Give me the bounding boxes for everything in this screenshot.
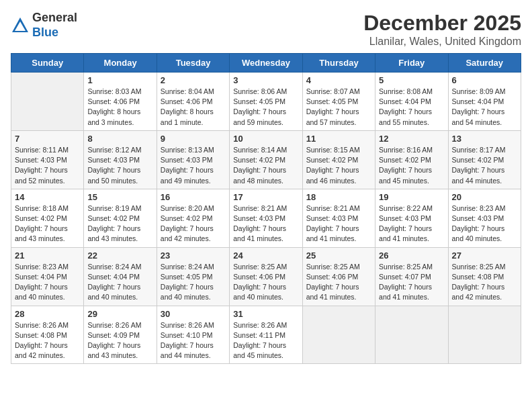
calendar-cell: 25Sunrise: 8:25 AMSunset: 4:06 PMDayligh…: [302, 247, 375, 306]
day-info: Sunrise: 8:23 AMSunset: 4:04 PMDaylight:…: [15, 262, 80, 303]
logo: General Blue: [11, 11, 77, 40]
calendar-header-row: SundayMondayTuesdayWednesdayThursdayFrid…: [11, 54, 521, 73]
day-info: Sunrise: 8:04 AMSunset: 4:06 PMDaylight:…: [161, 87, 226, 128]
calendar-week-row: 28Sunrise: 8:26 AMSunset: 4:08 PMDayligh…: [11, 306, 521, 364]
day-number: 27: [452, 250, 517, 261]
calendar-cell: 26Sunrise: 8:25 AMSunset: 4:07 PMDayligh…: [375, 247, 448, 306]
calendar-cell: 19Sunrise: 8:22 AMSunset: 4:03 PMDayligh…: [375, 189, 448, 247]
calendar-cell: 3Sunrise: 8:06 AMSunset: 4:05 PMDaylight…: [230, 73, 302, 131]
day-number: 25: [306, 250, 371, 261]
calendar-week-row: 1Sunrise: 8:03 AMSunset: 4:06 PMDaylight…: [11, 73, 521, 131]
page-header: General Blue December 2025 Llanilar, Wal…: [11, 11, 521, 48]
day-number: 7: [15, 134, 80, 144]
calendar-cell: 31Sunrise: 8:26 AMSunset: 4:11 PMDayligh…: [230, 306, 302, 364]
day-number: 11: [306, 134, 371, 144]
calendar-cell: 2Sunrise: 8:04 AMSunset: 4:06 PMDaylight…: [157, 73, 229, 131]
calendar-cell: 21Sunrise: 8:23 AMSunset: 4:04 PMDayligh…: [11, 247, 84, 306]
day-number: 17: [233, 192, 298, 202]
calendar-cell: 13Sunrise: 8:17 AMSunset: 4:02 PMDayligh…: [448, 130, 521, 189]
calendar-cell: [302, 306, 375, 364]
day-info: Sunrise: 8:23 AMSunset: 4:03 PMDaylight:…: [452, 203, 517, 244]
day-header-sunday: Sunday: [11, 54, 84, 73]
day-number: 19: [379, 192, 444, 202]
day-info: Sunrise: 8:25 AMSunset: 4:07 PMDaylight:…: [379, 262, 444, 303]
day-number: 10: [233, 134, 298, 144]
day-number: 18: [306, 192, 371, 202]
day-number: 20: [452, 192, 517, 202]
day-info: Sunrise: 8:03 AMSunset: 4:06 PMDaylight:…: [87, 87, 152, 128]
day-number: 9: [161, 134, 226, 144]
calendar-cell: 22Sunrise: 8:24 AMSunset: 4:04 PMDayligh…: [84, 247, 157, 306]
calendar-cell: 1Sunrise: 8:03 AMSunset: 4:06 PMDaylight…: [84, 73, 157, 131]
day-info: Sunrise: 8:21 AMSunset: 4:03 PMDaylight:…: [233, 203, 298, 244]
day-info: Sunrise: 8:09 AMSunset: 4:04 PMDaylight:…: [452, 87, 517, 128]
calendar-cell: [11, 73, 84, 131]
day-info: Sunrise: 8:07 AMSunset: 4:05 PMDaylight:…: [306, 87, 371, 128]
calendar-table: SundayMondayTuesdayWednesdayThursdayFrid…: [11, 53, 521, 364]
calendar-cell: 14Sunrise: 8:18 AMSunset: 4:02 PMDayligh…: [11, 189, 84, 247]
day-info: Sunrise: 8:14 AMSunset: 4:02 PMDaylight:…: [233, 145, 298, 186]
calendar-cell: 27Sunrise: 8:25 AMSunset: 4:08 PMDayligh…: [448, 247, 521, 306]
day-number: 30: [161, 309, 226, 319]
calendar-week-row: 21Sunrise: 8:23 AMSunset: 4:04 PMDayligh…: [11, 247, 521, 306]
day-number: 14: [15, 192, 80, 202]
day-number: 8: [87, 134, 152, 144]
logo-blue-text: Blue: [32, 26, 77, 40]
day-info: Sunrise: 8:25 AMSunset: 4:06 PMDaylight:…: [233, 262, 298, 303]
day-number: 24: [233, 250, 298, 261]
calendar-cell: 28Sunrise: 8:26 AMSunset: 4:08 PMDayligh…: [11, 306, 84, 364]
day-info: Sunrise: 8:17 AMSunset: 4:02 PMDaylight:…: [452, 145, 517, 186]
day-number: 26: [379, 250, 444, 261]
calendar-week-row: 7Sunrise: 8:11 AMSunset: 4:03 PMDaylight…: [11, 130, 521, 189]
day-number: 21: [15, 250, 80, 261]
day-number: 12: [379, 134, 444, 144]
day-info: Sunrise: 8:26 AMSunset: 4:08 PMDaylight:…: [15, 320, 80, 361]
day-info: Sunrise: 8:20 AMSunset: 4:02 PMDaylight:…: [161, 203, 226, 244]
calendar-cell: 8Sunrise: 8:12 AMSunset: 4:03 PMDaylight…: [84, 130, 157, 189]
calendar-cell: 11Sunrise: 8:15 AMSunset: 4:02 PMDayligh…: [302, 130, 375, 189]
day-info: Sunrise: 8:21 AMSunset: 4:03 PMDaylight:…: [306, 203, 371, 244]
day-info: Sunrise: 8:16 AMSunset: 4:02 PMDaylight:…: [379, 145, 444, 186]
calendar-cell: 20Sunrise: 8:23 AMSunset: 4:03 PMDayligh…: [448, 189, 521, 247]
calendar-cell: 23Sunrise: 8:24 AMSunset: 4:05 PMDayligh…: [157, 247, 229, 306]
day-number: 13: [452, 134, 517, 144]
day-header-monday: Monday: [84, 54, 157, 73]
calendar-cell: 6Sunrise: 8:09 AMSunset: 4:04 PMDaylight…: [448, 73, 521, 131]
day-info: Sunrise: 8:25 AMSunset: 4:06 PMDaylight:…: [306, 262, 371, 303]
day-info: Sunrise: 8:26 AMSunset: 4:11 PMDaylight:…: [233, 320, 298, 361]
day-info: Sunrise: 8:26 AMSunset: 4:09 PMDaylight:…: [87, 320, 152, 361]
calendar-cell: 18Sunrise: 8:21 AMSunset: 4:03 PMDayligh…: [302, 189, 375, 247]
day-info: Sunrise: 8:13 AMSunset: 4:03 PMDaylight:…: [161, 145, 226, 186]
day-info: Sunrise: 8:25 AMSunset: 4:08 PMDaylight:…: [452, 262, 517, 303]
day-info: Sunrise: 8:24 AMSunset: 4:04 PMDaylight:…: [87, 262, 152, 303]
calendar-cell: [375, 306, 448, 364]
day-number: 31: [233, 309, 298, 319]
calendar-cell: 10Sunrise: 8:14 AMSunset: 4:02 PMDayligh…: [230, 130, 302, 189]
day-info: Sunrise: 8:12 AMSunset: 4:03 PMDaylight:…: [87, 145, 152, 186]
day-info: Sunrise: 8:08 AMSunset: 4:04 PMDaylight:…: [379, 87, 444, 128]
day-info: Sunrise: 8:24 AMSunset: 4:05 PMDaylight:…: [161, 262, 226, 303]
calendar-cell: 16Sunrise: 8:20 AMSunset: 4:02 PMDayligh…: [157, 189, 229, 247]
title-block: December 2025 Llanilar, Wales, United Ki…: [363, 11, 521, 48]
day-number: 6: [452, 75, 517, 85]
calendar-cell: 12Sunrise: 8:16 AMSunset: 4:02 PMDayligh…: [375, 130, 448, 189]
day-number: 16: [161, 192, 226, 202]
logo-general-text: General: [32, 11, 77, 26]
calendar-cell: [448, 306, 521, 364]
day-number: 23: [161, 250, 226, 261]
day-header-thursday: Thursday: [302, 54, 375, 73]
day-info: Sunrise: 8:19 AMSunset: 4:02 PMDaylight:…: [87, 203, 152, 244]
calendar-cell: 5Sunrise: 8:08 AMSunset: 4:04 PMDaylight…: [375, 73, 448, 131]
day-number: 4: [306, 75, 371, 85]
day-info: Sunrise: 8:11 AMSunset: 4:03 PMDaylight:…: [15, 145, 80, 186]
calendar-cell: 4Sunrise: 8:07 AMSunset: 4:05 PMDaylight…: [302, 73, 375, 131]
calendar-cell: 15Sunrise: 8:19 AMSunset: 4:02 PMDayligh…: [84, 189, 157, 247]
location-title: Llanilar, Wales, United Kingdom: [363, 36, 521, 48]
day-number: 15: [87, 192, 152, 202]
logo-icon: [11, 16, 30, 35]
calendar-cell: 17Sunrise: 8:21 AMSunset: 4:03 PMDayligh…: [230, 189, 302, 247]
day-number: 5: [379, 75, 444, 85]
day-number: 2: [161, 75, 226, 85]
day-number: 3: [233, 75, 298, 85]
calendar-cell: 24Sunrise: 8:25 AMSunset: 4:06 PMDayligh…: [230, 247, 302, 306]
